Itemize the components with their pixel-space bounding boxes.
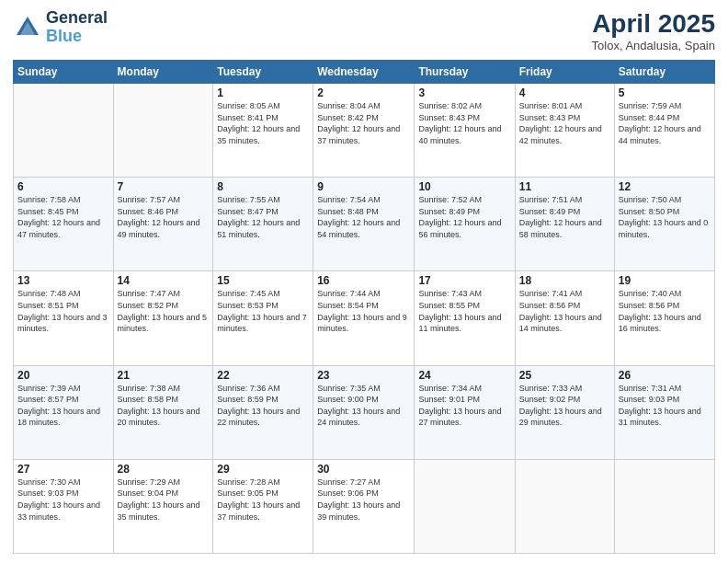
- day-number: 22: [217, 369, 309, 382]
- day-number: 25: [519, 369, 610, 382]
- day-cell: 11Sunrise: 7:51 AM Sunset: 8:49 PM Dayli…: [515, 178, 614, 271]
- day-info: Sunrise: 7:45 AM Sunset: 8:53 PM Dayligh…: [217, 288, 309, 334]
- day-info: Sunrise: 7:50 AM Sunset: 8:50 PM Dayligh…: [619, 194, 711, 240]
- day-cell: 15Sunrise: 7:45 AM Sunset: 8:53 PM Dayli…: [213, 271, 313, 365]
- day-number: 16: [317, 274, 410, 287]
- day-number: 4: [519, 86, 610, 99]
- logo-icon: [13, 13, 42, 42]
- day-info: Sunrise: 7:36 AM Sunset: 8:59 PM Dayligh…: [217, 383, 309, 429]
- day-cell: [14, 84, 114, 178]
- day-info: Sunrise: 7:59 AM Sunset: 8:44 PM Dayligh…: [619, 100, 711, 146]
- day-info: Sunrise: 7:54 AM Sunset: 8:48 PM Dayligh…: [317, 194, 410, 240]
- day-number: 19: [619, 274, 711, 287]
- day-cell: 14Sunrise: 7:47 AM Sunset: 8:52 PM Dayli…: [113, 271, 213, 365]
- day-cell: [113, 84, 213, 178]
- day-cell: [614, 459, 714, 553]
- day-info: Sunrise: 7:43 AM Sunset: 8:55 PM Dayligh…: [418, 288, 510, 334]
- day-info: Sunrise: 7:33 AM Sunset: 9:02 PM Dayligh…: [519, 383, 610, 429]
- week-row-4: 20Sunrise: 7:39 AM Sunset: 8:57 PM Dayli…: [14, 365, 715, 459]
- calendar-table: SundayMondayTuesdayWednesdayThursdayFrid…: [13, 60, 715, 554]
- day-info: Sunrise: 7:27 AM Sunset: 9:06 PM Dayligh…: [317, 477, 410, 523]
- day-cell: 4Sunrise: 8:01 AM Sunset: 8:43 PM Daylig…: [515, 84, 614, 178]
- title-block: April 2025 Tolox, Andalusia, Spain: [592, 9, 715, 52]
- day-info: Sunrise: 7:40 AM Sunset: 8:56 PM Dayligh…: [619, 288, 711, 334]
- day-cell: 17Sunrise: 7:43 AM Sunset: 8:55 PM Dayli…: [415, 271, 515, 365]
- day-info: Sunrise: 7:44 AM Sunset: 8:54 PM Dayligh…: [317, 288, 410, 334]
- day-number: 11: [519, 180, 610, 193]
- week-row-3: 13Sunrise: 7:48 AM Sunset: 8:51 PM Dayli…: [14, 271, 715, 365]
- day-cell: 18Sunrise: 7:41 AM Sunset: 8:56 PM Dayli…: [515, 271, 614, 365]
- day-number: 30: [317, 463, 410, 476]
- day-number: 2: [317, 86, 410, 99]
- logo-text: General Blue: [46, 9, 108, 46]
- day-cell: 10Sunrise: 7:52 AM Sunset: 8:49 PM Dayli…: [415, 178, 515, 271]
- day-info: Sunrise: 8:02 AM Sunset: 8:43 PM Dayligh…: [418, 100, 510, 146]
- week-row-5: 27Sunrise: 7:30 AM Sunset: 9:03 PM Dayli…: [14, 459, 715, 553]
- col-header-friday: Friday: [515, 61, 614, 84]
- day-info: Sunrise: 7:35 AM Sunset: 9:00 PM Dayligh…: [317, 383, 410, 429]
- day-cell: [415, 459, 515, 553]
- day-cell: 21Sunrise: 7:38 AM Sunset: 8:58 PM Dayli…: [113, 365, 213, 459]
- day-cell: 24Sunrise: 7:34 AM Sunset: 9:01 PM Dayli…: [415, 365, 515, 459]
- week-row-1: 1Sunrise: 8:05 AM Sunset: 8:41 PM Daylig…: [14, 84, 715, 178]
- day-cell: 22Sunrise: 7:36 AM Sunset: 8:59 PM Dayli…: [213, 365, 313, 459]
- day-number: 6: [17, 180, 109, 193]
- day-info: Sunrise: 8:05 AM Sunset: 8:41 PM Dayligh…: [217, 100, 309, 146]
- day-number: 5: [619, 86, 711, 99]
- col-header-sunday: Sunday: [14, 61, 114, 84]
- logo-line1: General: [46, 9, 108, 28]
- day-cell: 8Sunrise: 7:55 AM Sunset: 8:47 PM Daylig…: [213, 178, 313, 271]
- main-title: April 2025: [592, 9, 715, 39]
- day-cell: 12Sunrise: 7:50 AM Sunset: 8:50 PM Dayli…: [614, 178, 714, 271]
- day-number: 20: [17, 369, 109, 382]
- logo: General Blue: [13, 9, 108, 46]
- day-number: 24: [418, 369, 510, 382]
- day-cell: 19Sunrise: 7:40 AM Sunset: 8:56 PM Dayli…: [614, 271, 714, 365]
- day-cell: 29Sunrise: 7:28 AM Sunset: 9:05 PM Dayli…: [213, 459, 313, 553]
- day-number: 17: [418, 274, 510, 287]
- day-number: 10: [418, 180, 510, 193]
- day-cell: 13Sunrise: 7:48 AM Sunset: 8:51 PM Dayli…: [14, 271, 114, 365]
- day-number: 1: [217, 86, 309, 99]
- day-info: Sunrise: 7:58 AM Sunset: 8:45 PM Dayligh…: [17, 194, 109, 240]
- day-cell: 20Sunrise: 7:39 AM Sunset: 8:57 PM Dayli…: [14, 365, 114, 459]
- day-info: Sunrise: 7:30 AM Sunset: 9:03 PM Dayligh…: [17, 477, 109, 523]
- logo-line2: Blue: [46, 28, 108, 46]
- header: General Blue April 2025 Tolox, Andalusia…: [13, 9, 715, 52]
- day-cell: 25Sunrise: 7:33 AM Sunset: 9:02 PM Dayli…: [515, 365, 614, 459]
- day-info: Sunrise: 7:31 AM Sunset: 9:03 PM Dayligh…: [619, 383, 711, 429]
- page: General Blue April 2025 Tolox, Andalusia…: [0, 0, 728, 563]
- day-cell: 28Sunrise: 7:29 AM Sunset: 9:04 PM Dayli…: [113, 459, 213, 553]
- day-number: 8: [217, 180, 309, 193]
- day-info: Sunrise: 8:04 AM Sunset: 8:42 PM Dayligh…: [317, 100, 410, 146]
- day-cell: 2Sunrise: 8:04 AM Sunset: 8:42 PM Daylig…: [313, 84, 415, 178]
- day-info: Sunrise: 7:51 AM Sunset: 8:49 PM Dayligh…: [519, 194, 610, 240]
- day-cell: 6Sunrise: 7:58 AM Sunset: 8:45 PM Daylig…: [14, 178, 114, 271]
- day-info: Sunrise: 7:47 AM Sunset: 8:52 PM Dayligh…: [118, 288, 210, 334]
- day-number: 3: [418, 86, 510, 99]
- day-info: Sunrise: 7:55 AM Sunset: 8:47 PM Dayligh…: [217, 194, 309, 240]
- day-info: Sunrise: 7:38 AM Sunset: 8:58 PM Dayligh…: [118, 383, 210, 429]
- day-cell: 1Sunrise: 8:05 AM Sunset: 8:41 PM Daylig…: [213, 84, 313, 178]
- week-row-2: 6Sunrise: 7:58 AM Sunset: 8:45 PM Daylig…: [14, 178, 715, 271]
- day-info: Sunrise: 7:34 AM Sunset: 9:01 PM Dayligh…: [418, 383, 510, 429]
- day-number: 7: [118, 180, 210, 193]
- day-number: 9: [317, 180, 410, 193]
- day-number: 23: [317, 369, 410, 382]
- col-header-thursday: Thursday: [415, 61, 515, 84]
- day-number: 28: [118, 463, 210, 476]
- day-info: Sunrise: 7:41 AM Sunset: 8:56 PM Dayligh…: [519, 288, 610, 334]
- day-number: 27: [17, 463, 109, 476]
- day-cell: [515, 459, 614, 553]
- day-number: 18: [519, 274, 610, 287]
- col-header-tuesday: Tuesday: [213, 61, 313, 84]
- day-cell: 27Sunrise: 7:30 AM Sunset: 9:03 PM Dayli…: [14, 459, 114, 553]
- day-cell: 23Sunrise: 7:35 AM Sunset: 9:00 PM Dayli…: [313, 365, 415, 459]
- day-number: 13: [17, 274, 109, 287]
- day-number: 14: [118, 274, 210, 287]
- day-info: Sunrise: 7:48 AM Sunset: 8:51 PM Dayligh…: [17, 288, 109, 334]
- col-header-wednesday: Wednesday: [313, 61, 415, 84]
- day-number: 12: [619, 180, 711, 193]
- day-number: 15: [217, 274, 309, 287]
- day-info: Sunrise: 7:29 AM Sunset: 9:04 PM Dayligh…: [118, 477, 210, 523]
